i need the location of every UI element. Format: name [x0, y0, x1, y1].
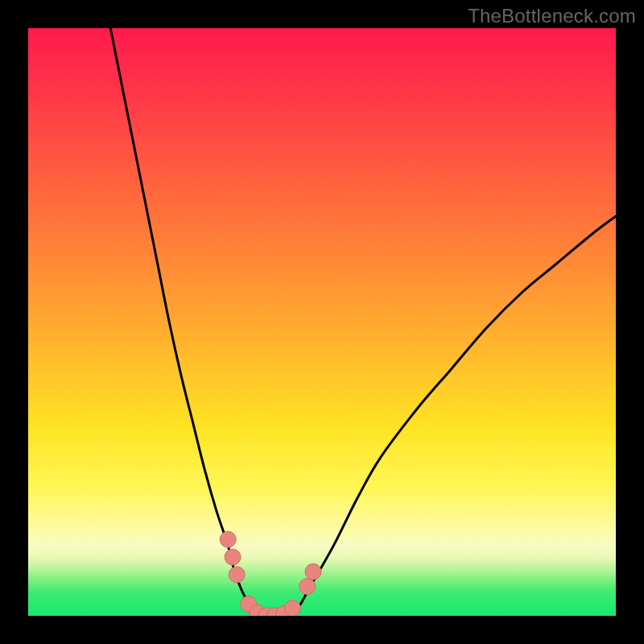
curve-lines: [110, 28, 616, 616]
data-marker: [225, 549, 241, 565]
watermark-text: TheBottleneck.com: [468, 5, 636, 27]
data-marker: [305, 564, 321, 580]
data-marker: [285, 601, 301, 616]
data-marker: [299, 579, 316, 595]
chart-frame: TheBottleneck.com: [0, 0, 644, 644]
plot-area: [28, 28, 616, 616]
curve-markers: [220, 531, 321, 616]
data-marker: [229, 567, 245, 583]
series-right-branch: [287, 217, 616, 616]
chart-svg: [28, 28, 616, 616]
data-marker: [220, 531, 236, 547]
series-left-branch: [110, 28, 263, 616]
